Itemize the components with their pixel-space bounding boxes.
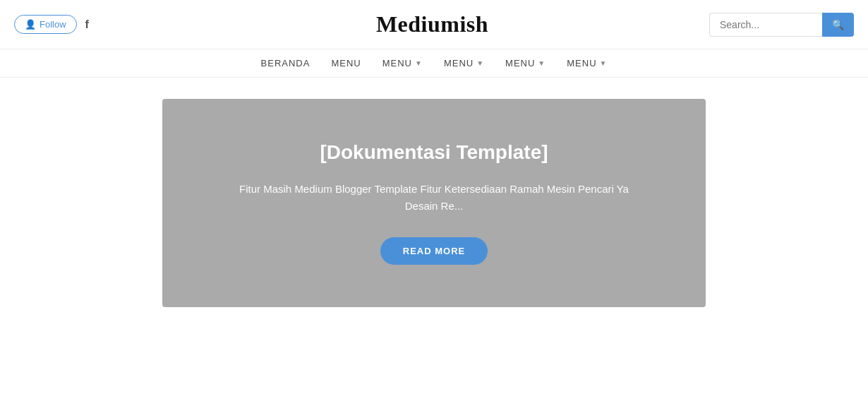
header-right: 🔍 [709, 13, 854, 37]
header-left: 👤 Follow f [14, 15, 155, 34]
facebook-icon[interactable]: f [85, 18, 89, 31]
nav-item-menu-4[interactable]: MENU ▼ [505, 58, 545, 68]
read-more-button[interactable]: READ MORE [380, 237, 488, 265]
chevron-down-icon-2: ▼ [476, 59, 484, 67]
site-title: Mediumish [376, 11, 488, 37]
hero-title: [Dokumentasi Template] [320, 141, 548, 164]
hero-description: Fitur Masih Medium Blogger Template Fitu… [222, 181, 646, 215]
nav-item-beranda[interactable]: BERANDA [261, 58, 311, 68]
hero-banner: [Dokumentasi Template] Fitur Masih Mediu… [162, 99, 706, 307]
search-input[interactable] [709, 13, 822, 37]
chevron-down-icon-3: ▼ [538, 59, 545, 67]
nav-item-menu-1[interactable]: MENU [331, 58, 361, 68]
nav-item-menu-3[interactable]: MENU ▼ [444, 58, 484, 68]
nav-label-menu-5: MENU [567, 58, 596, 68]
nav-item-menu-2[interactable]: MENU ▼ [382, 58, 423, 68]
chevron-down-icon-4: ▼ [600, 59, 608, 67]
nav-label-beranda: BERANDA [261, 58, 311, 68]
nav-label-menu-3: MENU [444, 58, 474, 68]
chevron-down-icon-1: ▼ [415, 59, 423, 67]
search-icon: 🔍 [832, 19, 844, 30]
nav-item-menu-5[interactable]: MENU ▼ [567, 58, 607, 68]
search-button[interactable]: 🔍 [822, 13, 854, 37]
navigation: BERANDA MENU MENU ▼ MENU ▼ MENU ▼ MENU ▼ [0, 49, 868, 78]
follow-label: Follow [40, 19, 66, 30]
person-icon: 👤 [25, 19, 36, 30]
nav-label-menu-4: MENU [505, 58, 535, 68]
header: 👤 Follow f Mediumish 🔍 [0, 0, 868, 49]
header-center: Mediumish [155, 11, 709, 37]
nav-label-menu-1: MENU [331, 58, 361, 68]
follow-button[interactable]: 👤 Follow [14, 15, 77, 34]
nav-label-menu-2: MENU [382, 58, 412, 68]
